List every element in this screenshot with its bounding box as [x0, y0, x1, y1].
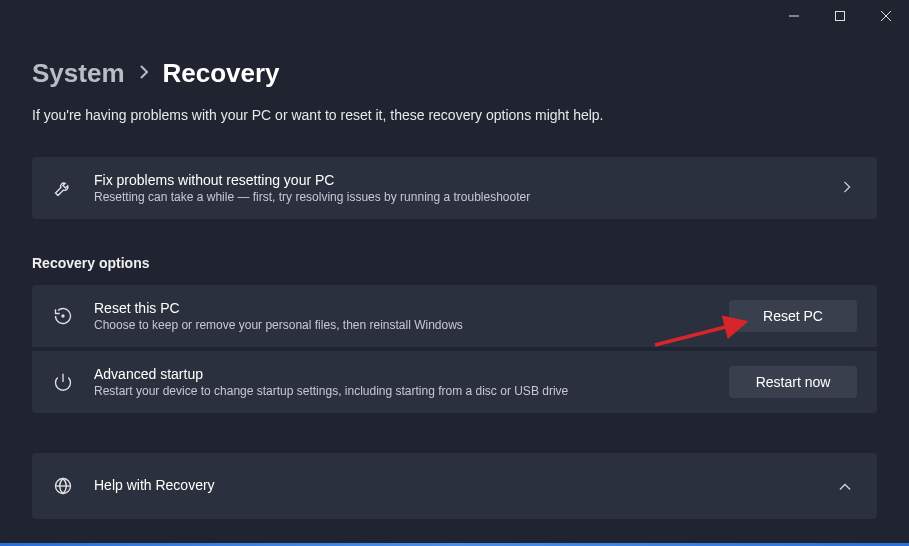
intro-text: If you're having problems with your PC o… [32, 107, 877, 123]
advanced-startup-title: Advanced startup [94, 366, 709, 382]
wrench-icon [52, 177, 74, 199]
globe-help-icon [52, 475, 74, 497]
breadcrumb-parent[interactable]: System [32, 58, 125, 89]
reset-this-pc-card: Reset this PC Choose to keep or remove y… [32, 285, 877, 347]
close-button[interactable] [863, 0, 909, 32]
fix-problems-subtitle: Resetting can take a while — first, try … [94, 190, 817, 204]
advanced-startup-subtitle: Restart your device to change startup se… [94, 384, 709, 398]
svg-rect-1 [836, 12, 845, 21]
window-titlebar [0, 0, 909, 32]
recovery-options-heading: Recovery options [32, 255, 877, 271]
power-icon [52, 371, 74, 393]
reset-this-pc-title: Reset this PC [94, 300, 709, 316]
fix-problems-card[interactable]: Fix problems without resetting your PC R… [32, 157, 877, 219]
chevron-up-icon [833, 479, 857, 494]
minimize-button[interactable] [771, 0, 817, 32]
advanced-startup-card: Advanced startup Restart your device to … [32, 351, 877, 413]
breadcrumb: System Recovery [32, 58, 877, 89]
chevron-right-icon [139, 65, 149, 82]
fix-problems-title: Fix problems without resetting your PC [94, 172, 817, 188]
reset-icon [52, 305, 74, 327]
page-title: Recovery [163, 58, 280, 89]
svg-point-4 [61, 314, 64, 317]
reset-this-pc-subtitle: Choose to keep or remove your personal f… [94, 318, 709, 332]
help-with-recovery-card[interactable]: Help with Recovery [32, 453, 877, 519]
restart-now-button[interactable]: Restart now [729, 366, 857, 398]
chevron-right-icon [837, 181, 857, 196]
maximize-button[interactable] [817, 0, 863, 32]
help-with-recovery-title: Help with Recovery [94, 477, 813, 493]
reset-pc-button[interactable]: Reset PC [729, 300, 857, 332]
